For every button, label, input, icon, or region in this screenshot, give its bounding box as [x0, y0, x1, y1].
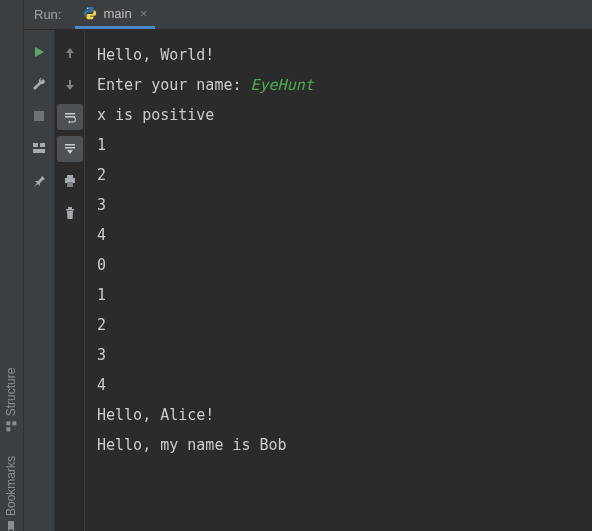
console-line: 2 — [97, 160, 580, 190]
svg-rect-1 — [13, 421, 17, 425]
python-icon — [83, 6, 97, 20]
svg-point-4 — [92, 17, 93, 18]
svg-rect-9 — [65, 113, 75, 115]
pin-icon — [32, 173, 46, 187]
svg-rect-5 — [34, 111, 44, 121]
console-prompt-line: Enter your name: EyeHunt — [97, 70, 580, 100]
up-button[interactable] — [57, 40, 83, 66]
console-line: 3 — [97, 190, 580, 220]
sidebar-tool-strip: Structure Bookmarks — [0, 0, 24, 531]
svg-point-3 — [87, 8, 88, 9]
pin-button[interactable] — [27, 168, 51, 192]
stop-icon — [33, 110, 45, 122]
structure-icon — [6, 420, 18, 432]
svg-rect-17 — [68, 207, 72, 209]
svg-rect-16 — [66, 209, 74, 211]
console-line: Hello, my name is Bob — [97, 430, 580, 460]
run-toolbar — [24, 30, 54, 531]
svg-rect-15 — [67, 182, 73, 187]
prompt-text: Enter your name: — [97, 76, 251, 94]
user-input-text: EyeHunt — [251, 76, 314, 94]
bookmarks-label: Bookmarks — [5, 456, 19, 516]
console-line: 4 — [97, 370, 580, 400]
run-tab-bar: Run: main × — [24, 0, 592, 30]
down-button[interactable] — [57, 72, 83, 98]
bookmark-icon — [6, 520, 18, 531]
bookmarks-tool-button[interactable]: Bookmarks — [5, 456, 19, 531]
stop-button[interactable] — [27, 104, 51, 128]
arrow-up-icon — [63, 46, 77, 60]
layout-icon — [32, 141, 46, 155]
print-button[interactable] — [57, 168, 83, 194]
console-line: x is positive — [97, 100, 580, 130]
rerun-button[interactable] — [27, 40, 51, 64]
svg-rect-2 — [7, 427, 11, 431]
arrow-down-icon — [63, 78, 77, 92]
console-line: 2 — [97, 310, 580, 340]
structure-tool-button[interactable]: Structure — [5, 368, 19, 433]
svg-rect-12 — [65, 147, 75, 149]
console-line: Hello, Alice! — [97, 400, 580, 430]
console-output[interactable]: Hello, World!Enter your name: EyeHuntx i… — [84, 30, 592, 531]
delete-button[interactable] — [57, 200, 83, 226]
console-nav-toolbar — [54, 30, 84, 531]
run-panel: Run: main × — [24, 0, 592, 531]
close-tab-button[interactable]: × — [140, 6, 148, 21]
print-icon — [63, 174, 77, 188]
console-line: 1 — [97, 280, 580, 310]
console-line: 3 — [97, 340, 580, 370]
run-label: Run: — [34, 7, 61, 22]
console-line: 4 — [97, 220, 580, 250]
svg-rect-13 — [67, 175, 73, 178]
svg-rect-6 — [33, 143, 38, 147]
console-line: 1 — [97, 130, 580, 160]
tab-main[interactable]: main × — [75, 0, 155, 29]
layout-button[interactable] — [27, 136, 51, 160]
scroll-end-icon — [63, 142, 77, 156]
soft-wrap-icon — [63, 110, 77, 124]
run-body: Hello, World!Enter your name: EyeHuntx i… — [24, 30, 592, 531]
wrench-icon — [32, 77, 46, 91]
trash-icon — [63, 206, 77, 220]
soft-wrap-button[interactable] — [57, 104, 83, 130]
structure-label: Structure — [5, 368, 19, 417]
settings-button[interactable] — [27, 72, 51, 96]
tab-label: main — [103, 6, 131, 21]
svg-rect-11 — [65, 144, 75, 146]
svg-rect-0 — [7, 421, 11, 425]
console-line: 0 — [97, 250, 580, 280]
svg-rect-8 — [33, 149, 45, 153]
console-line: Hello, World! — [97, 40, 580, 70]
play-icon — [32, 45, 46, 59]
scroll-to-end-button[interactable] — [57, 136, 83, 162]
svg-rect-7 — [40, 143, 45, 147]
